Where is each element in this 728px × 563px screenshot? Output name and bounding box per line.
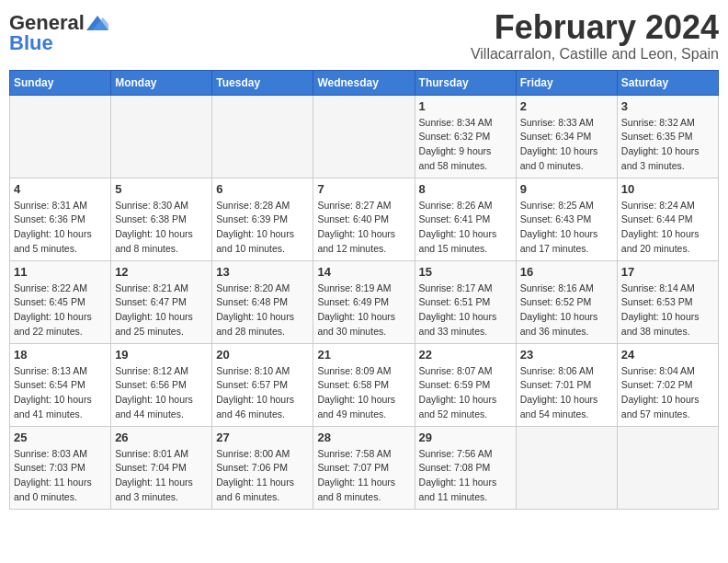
calendar-cell: 8Sunrise: 8:26 AM Sunset: 6:41 PM Daylig… [415, 178, 516, 260]
calendar-week-row: 18Sunrise: 8:13 AM Sunset: 6:54 PM Dayli… [10, 343, 719, 426]
day-number: 16 [520, 265, 613, 279]
day-number: 2 [520, 99, 613, 113]
day-info: Sunrise: 8:26 AM Sunset: 6:41 PM Dayligh… [419, 199, 512, 257]
day-info: Sunrise: 8:19 AM Sunset: 6:49 PM Dayligh… [317, 282, 410, 339]
calendar-cell: 26Sunrise: 8:01 AM Sunset: 7:04 PM Dayli… [111, 426, 212, 509]
calendar-cell: 2Sunrise: 8:33 AM Sunset: 6:34 PM Daylig… [516, 95, 617, 178]
day-info: Sunrise: 8:09 AM Sunset: 6:58 PM Dayligh… [317, 364, 410, 422]
calendar-day-header: Monday [111, 70, 212, 95]
day-info: Sunrise: 8:32 AM Sunset: 6:35 PM Dayligh… [621, 116, 714, 174]
day-info: Sunrise: 8:04 AM Sunset: 7:02 PM Dayligh… [621, 364, 714, 422]
day-number: 21 [317, 348, 410, 362]
day-number: 9 [520, 182, 613, 196]
day-number: 24 [621, 348, 714, 362]
logo-blue: Blue [9, 33, 53, 53]
day-info: Sunrise: 8:20 AM Sunset: 6:48 PM Dayligh… [216, 282, 309, 339]
calendar-cell [111, 95, 212, 178]
day-info: Sunrise: 8:34 AM Sunset: 6:32 PM Dayligh… [419, 116, 512, 174]
calendar-cell: 3Sunrise: 8:32 AM Sunset: 6:35 PM Daylig… [617, 95, 718, 178]
day-number: 22 [419, 348, 512, 362]
calendar-cell: 6Sunrise: 8:28 AM Sunset: 6:39 PM Daylig… [212, 178, 313, 260]
day-number: 3 [621, 99, 714, 113]
calendar-cell: 13Sunrise: 8:20 AM Sunset: 6:48 PM Dayli… [212, 260, 313, 343]
day-number: 11 [14, 265, 107, 279]
calendar-cell: 7Sunrise: 8:27 AM Sunset: 6:40 PM Daylig… [313, 178, 415, 260]
day-info: Sunrise: 8:06 AM Sunset: 7:01 PM Dayligh… [520, 364, 613, 422]
day-number: 1 [419, 99, 512, 113]
calendar-cell: 16Sunrise: 8:16 AM Sunset: 6:52 PM Dayli… [516, 260, 617, 343]
calendar-cell: 12Sunrise: 8:21 AM Sunset: 6:47 PM Dayli… [111, 260, 212, 343]
day-number: 26 [115, 431, 208, 444]
title-area: February 2024 Villacarralon, Castille an… [471, 9, 719, 63]
day-info: Sunrise: 8:25 AM Sunset: 6:43 PM Dayligh… [520, 199, 613, 257]
day-number: 4 [14, 182, 107, 196]
calendar-cell: 22Sunrise: 8:07 AM Sunset: 6:59 PM Dayli… [415, 343, 516, 426]
page-header: General Blue February 2024 Villacarralon… [9, 9, 719, 63]
day-info: Sunrise: 8:33 AM Sunset: 6:34 PM Dayligh… [520, 116, 613, 174]
day-number: 15 [419, 265, 512, 279]
calendar-cell: 25Sunrise: 8:03 AM Sunset: 7:03 PM Dayli… [10, 426, 111, 509]
calendar-cell: 19Sunrise: 8:12 AM Sunset: 6:56 PM Dayli… [111, 343, 212, 426]
calendar-header-row: SundayMondayTuesdayWednesdayThursdayFrid… [10, 70, 719, 95]
calendar-day-header: Thursday [415, 70, 516, 95]
day-number: 14 [317, 265, 410, 279]
day-info: Sunrise: 8:12 AM Sunset: 6:56 PM Dayligh… [115, 364, 208, 422]
day-info: Sunrise: 7:56 AM Sunset: 7:08 PM Dayligh… [419, 447, 512, 505]
day-number: 18 [14, 348, 107, 362]
day-info: Sunrise: 8:17 AM Sunset: 6:51 PM Dayligh… [419, 282, 512, 339]
month-year-title: February 2024 [471, 9, 719, 46]
calendar-week-row: 11Sunrise: 8:22 AM Sunset: 6:45 PM Dayli… [10, 260, 719, 343]
day-info: Sunrise: 8:01 AM Sunset: 7:04 PM Dayligh… [115, 447, 208, 505]
day-number: 23 [520, 348, 613, 362]
location-subtitle: Villacarralon, Castille and Leon, Spain [471, 46, 719, 63]
day-number: 6 [216, 182, 309, 196]
day-number: 10 [621, 182, 714, 196]
calendar-cell [516, 426, 617, 509]
day-info: Sunrise: 8:30 AM Sunset: 6:38 PM Dayligh… [115, 199, 208, 257]
day-number: 12 [115, 265, 208, 279]
calendar-day-header: Sunday [10, 70, 111, 95]
day-number: 17 [621, 265, 714, 279]
day-number: 8 [419, 182, 512, 196]
calendar-cell: 5Sunrise: 8:30 AM Sunset: 6:38 PM Daylig… [111, 178, 212, 260]
calendar-cell: 4Sunrise: 8:31 AM Sunset: 6:36 PM Daylig… [10, 178, 111, 260]
calendar-cell [10, 95, 111, 178]
calendar-week-row: 1Sunrise: 8:34 AM Sunset: 6:32 PM Daylig… [10, 95, 719, 178]
logo-icon [86, 16, 108, 30]
calendar-cell: 15Sunrise: 8:17 AM Sunset: 6:51 PM Dayli… [415, 260, 516, 343]
calendar-cell: 11Sunrise: 8:22 AM Sunset: 6:45 PM Dayli… [10, 260, 111, 343]
calendar-cell: 23Sunrise: 8:06 AM Sunset: 7:01 PM Dayli… [516, 343, 617, 426]
day-info: Sunrise: 8:14 AM Sunset: 6:53 PM Dayligh… [621, 282, 714, 339]
day-info: Sunrise: 8:16 AM Sunset: 6:52 PM Dayligh… [520, 282, 613, 339]
calendar-cell [617, 426, 718, 509]
day-number: 27 [216, 431, 309, 444]
calendar-cell: 9Sunrise: 8:25 AM Sunset: 6:43 PM Daylig… [516, 178, 617, 260]
calendar-cell: 27Sunrise: 8:00 AM Sunset: 7:06 PM Dayli… [212, 426, 313, 509]
calendar-cell: 18Sunrise: 8:13 AM Sunset: 6:54 PM Dayli… [10, 343, 111, 426]
day-info: Sunrise: 8:24 AM Sunset: 6:44 PM Dayligh… [621, 199, 714, 257]
day-info: Sunrise: 7:58 AM Sunset: 7:07 PM Dayligh… [317, 447, 410, 505]
day-info: Sunrise: 8:27 AM Sunset: 6:40 PM Dayligh… [317, 199, 410, 257]
calendar-cell: 10Sunrise: 8:24 AM Sunset: 6:44 PM Dayli… [617, 178, 718, 260]
calendar-cell [212, 95, 313, 178]
calendar-day-header: Tuesday [212, 70, 313, 95]
day-number: 7 [317, 182, 410, 196]
calendar-cell: 24Sunrise: 8:04 AM Sunset: 7:02 PM Dayli… [617, 343, 718, 426]
logo-general: General [9, 13, 85, 33]
calendar-cell: 29Sunrise: 7:56 AM Sunset: 7:08 PM Dayli… [415, 426, 516, 509]
day-info: Sunrise: 8:07 AM Sunset: 6:59 PM Dayligh… [419, 364, 512, 422]
day-info: Sunrise: 8:21 AM Sunset: 6:47 PM Dayligh… [115, 282, 208, 339]
day-number: 28 [317, 431, 410, 444]
day-info: Sunrise: 8:31 AM Sunset: 6:36 PM Dayligh… [14, 199, 107, 257]
day-number: 25 [14, 431, 107, 444]
calendar-cell: 20Sunrise: 8:10 AM Sunset: 6:57 PM Dayli… [212, 343, 313, 426]
calendar-cell: 21Sunrise: 8:09 AM Sunset: 6:58 PM Dayli… [313, 343, 415, 426]
calendar-cell [313, 95, 415, 178]
calendar-cell: 1Sunrise: 8:34 AM Sunset: 6:32 PM Daylig… [415, 95, 516, 178]
day-number: 19 [115, 348, 208, 362]
day-info: Sunrise: 8:28 AM Sunset: 6:39 PM Dayligh… [216, 199, 309, 257]
calendar-cell: 17Sunrise: 8:14 AM Sunset: 6:53 PM Dayli… [617, 260, 718, 343]
day-number: 29 [419, 431, 512, 444]
day-info: Sunrise: 8:22 AM Sunset: 6:45 PM Dayligh… [14, 282, 107, 339]
calendar-week-row: 25Sunrise: 8:03 AM Sunset: 7:03 PM Dayli… [10, 426, 719, 509]
